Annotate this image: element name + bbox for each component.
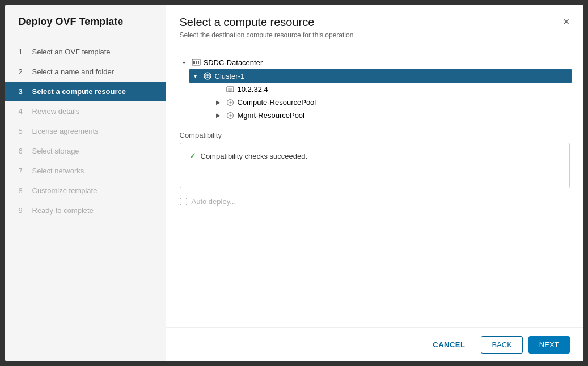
sidebar-step-9[interactable]: 9 Ready to complete — [5, 201, 166, 220]
resource-tree: ▾ SDDC-Datacenter — [180, 56, 570, 122]
mgmt-pool-row[interactable]: ▶ Mgmt-ResourcePool — [214, 109, 570, 122]
step-number-3: 3 — [19, 87, 28, 96]
main-content: Select a compute resource Select the des… — [166, 5, 583, 361]
back-button[interactable]: BACK — [481, 336, 522, 354]
datacenter-icon — [191, 58, 201, 67]
step-label-2: Select a name and folder — [32, 67, 115, 76]
cluster-label: Cluster-1 — [215, 72, 245, 80]
svg-rect-1 — [193, 61, 195, 64]
datacenter-row[interactable]: ▾ SDDC-Datacenter — [180, 56, 570, 69]
sidebar-title: Deploy OVF Template — [5, 5, 166, 37]
sidebar: Deploy OVF Template 1 Select an OVF temp… — [5, 5, 166, 361]
compatibility-box: ✓ Compatibility checks succeeded. — [180, 143, 570, 188]
step-number-2: 2 — [19, 67, 28, 76]
mgmt-pool-label: Mgmt-ResourcePool — [238, 111, 305, 120]
close-button[interactable]: × — [563, 16, 570, 27]
cluster-row[interactable]: ▾ Cluster-1 — [189, 69, 572, 83]
main-footer: CANCEL BACK NEXT — [166, 327, 583, 361]
auto-deploy-label: Auto deploy... — [192, 197, 236, 206]
mgmt-pool-arrow: ▶ — [214, 112, 223, 118]
step-label-6: Select storage — [32, 147, 79, 155]
compatibility-success: ✓ Compatibility checks succeeded. — [189, 151, 560, 160]
datacenter-children: ▾ Cluster-1 — [191, 69, 570, 122]
sidebar-step-4[interactable]: 4 Review details — [5, 101, 166, 121]
datacenter-arrow: ▾ — [180, 59, 189, 66]
sidebar-steps: 1 Select an OVF template 2 Select a name… — [5, 37, 166, 361]
cluster-arrow: ▾ — [191, 73, 200, 79]
svg-rect-9 — [228, 88, 232, 91]
step-number-1: 1 — [19, 48, 28, 56]
step-label-7: Select networks — [32, 167, 84, 175]
host-row[interactable]: ▶ 10.2.32.4 — [214, 83, 570, 96]
mgmt-pool-icon — [225, 112, 235, 120]
step-label-1: Select an OVF template — [32, 48, 111, 56]
modal-overlay: Deploy OVF Template 1 Select an OVF temp… — [0, 0, 588, 366]
sidebar-step-6[interactable]: 6 Select storage — [5, 141, 166, 161]
deploy-ovf-modal: Deploy OVF Template 1 Select an OVF temp… — [5, 5, 583, 361]
auto-deploy-row: Auto deploy... — [180, 197, 570, 206]
svg-rect-3 — [198, 61, 199, 64]
main-title-block: Select a compute resource Select the des… — [180, 16, 354, 39]
sidebar-step-3[interactable]: 3 Select a compute resource — [5, 82, 166, 101]
sidebar-step-7[interactable]: 7 Select networks — [5, 161, 166, 181]
cluster-children: ▶ 10.2.32.4 — [214, 83, 570, 122]
compute-pool-arrow: ▶ — [214, 99, 223, 105]
main-subtitle: Select the destination compute resource … — [180, 31, 354, 39]
step-label-5: License agreements — [32, 127, 99, 135]
sidebar-step-1[interactable]: 1 Select an OVF template — [5, 42, 166, 62]
compatibility-label: Compatibility — [180, 131, 570, 139]
main-header: Select a compute resource Select the des… — [166, 5, 583, 46]
main-title: Select a compute resource — [180, 16, 354, 29]
step-label-3: Select a compute resource — [32, 87, 126, 96]
sidebar-step-8[interactable]: 8 Customize template — [5, 181, 166, 201]
next-button[interactable]: NEXT — [528, 336, 570, 354]
step-number-5: 5 — [19, 127, 28, 135]
step-number-9: 9 — [19, 206, 28, 215]
main-body: ▾ SDDC-Datacenter — [166, 46, 583, 327]
step-label-8: Customize template — [32, 186, 98, 195]
compatibility-section: Compatibility ✓ Compatibility checks suc… — [180, 131, 570, 188]
datacenter-label: SDDC-Datacenter — [204, 58, 263, 67]
check-icon: ✓ — [189, 151, 196, 160]
svg-rect-2 — [196, 61, 197, 64]
step-number-8: 8 — [19, 186, 28, 195]
compute-pool-row[interactable]: ▶ Compute-ResourcePool — [214, 96, 570, 109]
step-label-4: Review details — [32, 107, 80, 116]
step-number-4: 4 — [19, 107, 28, 116]
compute-pool-label: Compute-ResourcePool — [238, 98, 316, 107]
compute-pool-icon — [225, 99, 235, 107]
sidebar-step-2[interactable]: 2 Select a name and folder — [5, 62, 166, 82]
step-number-6: 6 — [19, 147, 28, 155]
sidebar-step-5[interactable]: 5 License agreements — [5, 121, 166, 141]
cancel-button[interactable]: CANCEL — [422, 337, 475, 353]
host-label: 10.2.32.4 — [238, 85, 268, 93]
cluster-icon — [202, 71, 213, 80]
compatibility-success-text: Compatibility checks succeeded. — [201, 152, 308, 160]
host-icon — [225, 86, 235, 93]
auto-deploy-checkbox[interactable] — [180, 198, 187, 205]
step-label-9: Ready to complete — [32, 206, 94, 215]
step-number-7: 7 — [19, 167, 28, 175]
